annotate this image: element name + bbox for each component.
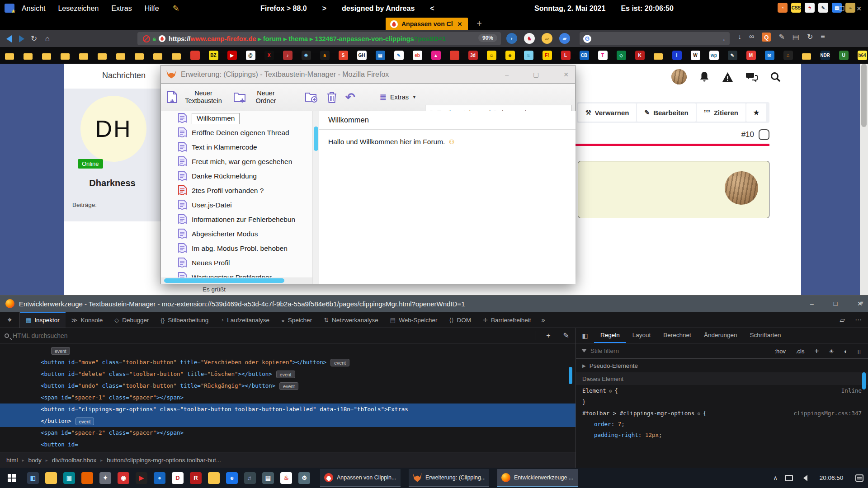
taskbar-window-button[interactable]: Erweiterung: (Clipping... <box>409 469 489 487</box>
minimize-button[interactable]: – <box>824 5 827 12</box>
restore-button[interactable]: ❐ <box>839 5 845 12</box>
clipping-list-item[interactable]: Abgesicherter Modus <box>161 227 312 241</box>
markup-line[interactable]: <button id="delete" class="toolbar-butto… <box>0 368 576 380</box>
navbar-action-icon[interactable]: ∞ <box>749 33 754 42</box>
clipping-list-item[interactable]: Text in Klammercode <box>161 140 312 155</box>
sidebar-tab[interactable]: Regeln <box>594 328 626 343</box>
tabs-overflow-chevron[interactable]: » <box>537 312 550 328</box>
add-rule-button[interactable]: + <box>814 347 819 356</box>
delete-icon[interactable] <box>326 91 337 103</box>
bookmark-icon[interactable]: ❋ <box>301 51 311 61</box>
post-action-button[interactable]: ✎Bearbeiten <box>637 103 695 122</box>
markup-line[interactable]: <button id="clippings-mgr-options" class… <box>0 404 576 415</box>
search-icon[interactable] <box>770 72 781 82</box>
navbar-action-icon[interactable]: Q <box>762 33 771 42</box>
post-action-button[interactable]: ⚒Verwarnen <box>578 103 636 122</box>
bookmark-icon[interactable]: ▤ <box>375 51 385 61</box>
bookmark-icon[interactable] <box>5 51 14 61</box>
menu-item[interactable]: Extras <box>111 5 132 13</box>
bookmark-icon[interactable]: BZ <box>208 51 218 61</box>
move-copy-icon[interactable] <box>305 91 318 103</box>
inline-style-rule[interactable]: Element⚙{ Inline <box>576 385 868 396</box>
css-rule[interactable]: #toolbar > #clippings-mgr-options⚙{ clip… <box>576 408 868 419</box>
start-button[interactable] <box>0 468 24 488</box>
display-icon[interactable] <box>785 475 793 481</box>
navbar-action-icon[interactable]: ▤ <box>793 33 799 42</box>
css-declaration[interactable]: padding-right: 12px; <box>576 430 868 441</box>
bookmark-icon[interactable]: ♪ <box>283 51 292 61</box>
minimize-button[interactable]: – <box>810 300 814 307</box>
sidebar-tab[interactable]: Layout <box>626 328 657 343</box>
post-checkbox[interactable] <box>759 129 769 140</box>
bookmark-icon[interactable]: ☺ <box>486 51 496 61</box>
taskbar-window-button[interactable]: Entwicklerwerkzeuge ... <box>497 469 578 487</box>
taskbar-app-icon[interactable]: ⚙ <box>298 472 310 484</box>
bookmark-icon[interactable] <box>116 51 126 61</box>
sidebar-tab[interactable]: Schriftarten <box>743 328 787 343</box>
clipping-list-item[interactable]: Neues Profil <box>161 256 312 270</box>
tab-close-icon[interactable]: ✕ <box>458 21 462 28</box>
bookmark-icon[interactable]: GH <box>357 51 367 61</box>
bookmark-icon[interactable]: a <box>320 51 330 61</box>
bookmark-icon[interactable]: S <box>338 51 348 61</box>
clipping-detail-title[interactable]: Willkommen <box>328 116 369 124</box>
clipping-list-item[interactable]: Danke Rückmeldung <box>161 169 312 183</box>
taskbar-app-icon[interactable]: ◉ <box>118 472 129 484</box>
bookmark-icon[interactable]: ≈ <box>524 51 533 61</box>
bookmark-icon[interactable] <box>42 51 52 61</box>
bookmark-icon[interactable]: @ <box>245 51 255 61</box>
bookmark-icon[interactable]: K <box>635 51 645 61</box>
taskbar-app-icon[interactable]: D <box>172 472 184 484</box>
style-filter-input[interactable] <box>590 347 726 354</box>
clipping-list-item[interactable]: 2tes Profil vorhanden ? <box>161 183 312 198</box>
breadcrumb-item[interactable]: button#clippings-mgr-options.toolbar-but… <box>107 457 221 464</box>
markup-line[interactable]: </button>event <box>0 415 576 427</box>
html-search-input[interactable] <box>13 332 383 339</box>
clipping-list-item[interactable]: User.js-Datei <box>161 198 312 212</box>
menu-item[interactable]: Ansicht <box>22 5 45 13</box>
clipping-list-item[interactable]: Eröffne Deinen eigenen Thread <box>161 126 312 140</box>
devtools-tab[interactable]: ⇅Netzwerkanalyse <box>318 312 384 328</box>
extras-button[interactable]: ≣ Extras ▼ <box>380 92 416 102</box>
close-button[interactable]: ✕ <box>563 71 569 78</box>
taskbar-app-icon[interactable]: ▤ <box>262 472 274 484</box>
devtools-tab[interactable]: ◇Debugger <box>108 312 155 328</box>
taskbar-app-icon[interactable] <box>45 472 57 484</box>
avatar[interactable]: DH <box>80 96 146 162</box>
navbar-action-icon[interactable]: ↻ <box>807 33 813 42</box>
devtools-tab[interactable]: ⟨⟩DOM <box>443 312 477 328</box>
bell-icon[interactable] <box>699 71 709 82</box>
undo-icon[interactable]: ↶ <box>345 90 355 104</box>
zoom-level-badge[interactable]: 90% <box>478 34 497 42</box>
bookmark-icon[interactable]: U <box>839 51 849 61</box>
rule-source-link[interactable]: clippingsMgr.css:347 <box>793 408 862 419</box>
close-button[interactable]: ✕ <box>856 5 862 12</box>
reload-icon[interactable]: ↻ <box>27 34 41 43</box>
taskbar-app-icon[interactable] <box>81 472 93 484</box>
notification-center-icon[interactable] <box>855 474 863 482</box>
signature-avatar[interactable] <box>725 171 758 205</box>
devtools-tab[interactable]: ✛Barrierefreiheit <box>477 312 537 328</box>
clippings-vertical-scrollbar[interactable] <box>312 111 319 284</box>
bookmark-icon[interactable]: I <box>672 51 682 61</box>
breadcrumb-item[interactable]: body <box>28 457 42 464</box>
bookmark-icon[interactable] <box>134 51 144 61</box>
new-tab-button[interactable]: + <box>473 19 485 29</box>
bookmark-icon[interactable]: 3d <box>468 51 478 61</box>
bookmark-icon[interactable]: T <box>598 51 608 61</box>
event-badge[interactable]: event <box>279 382 298 390</box>
toolbar-icon[interactable]: ▰ <box>559 33 570 44</box>
clipping-list-item[interactable]: Freut mich, war gern geschehen <box>161 155 312 169</box>
forward-icon[interactable] <box>19 35 24 42</box>
toolbar-icon[interactable]: ◗ <box>506 33 517 44</box>
devtools-tab[interactable]: ◔Laufzeitanalyse <box>214 312 275 328</box>
taskbar-app-icon[interactable]: ♨ <box>280 472 292 484</box>
element-picker-icon[interactable]: ⌖ <box>0 312 20 328</box>
new-folder-button[interactable]: Neuer Ordner <box>233 89 282 104</box>
minimize-button[interactable]: – <box>505 71 509 78</box>
bookmark-icon[interactable] <box>97 51 107 61</box>
browser-tab[interactable]: Anpassen von Cl ✕ <box>386 18 468 30</box>
devtools-tab[interactable]: ▦Inspektor <box>20 312 66 328</box>
maximize-button[interactable]: ▢ <box>533 71 539 78</box>
clipping-list-item[interactable]: Willkommen <box>161 111 312 126</box>
